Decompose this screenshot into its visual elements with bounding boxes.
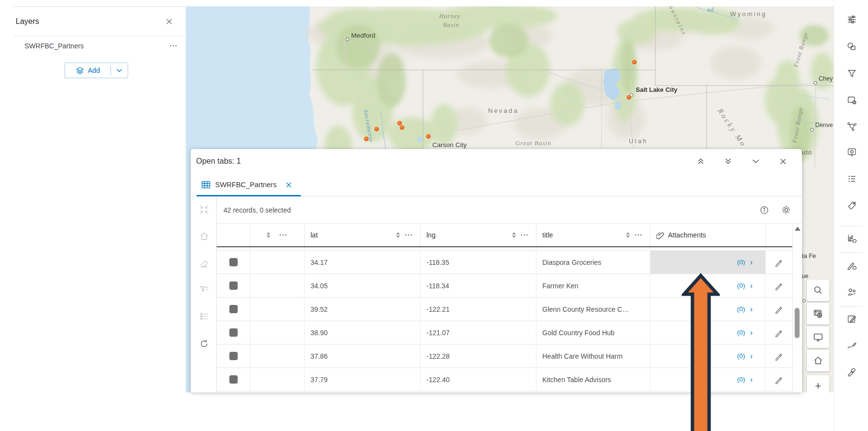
map-home-button[interactable] <box>807 350 829 371</box>
tool-sharing[interactable] <box>846 286 858 298</box>
edit-row-button[interactable] <box>775 328 783 337</box>
partner-point[interactable] <box>364 136 369 141</box>
table-scrollbar[interactable] <box>792 224 802 392</box>
refresh-button[interactable] <box>198 337 210 350</box>
row-checkbox[interactable] <box>229 352 238 360</box>
tool-labels[interactable] <box>846 200 858 212</box>
tool-form-settings[interactable] <box>846 259 858 271</box>
header-objectid[interactable]: ••• <box>250 224 305 246</box>
chevron-right-icon: › <box>750 282 753 290</box>
layer-list-item[interactable]: SWRFBC_Partners ••• <box>14 36 186 56</box>
column-menu-icon[interactable]: ••• <box>635 233 643 237</box>
edit-row-button[interactable] <box>775 375 783 384</box>
column-menu-icon[interactable]: ••• <box>521 233 529 237</box>
table-tool-rail <box>191 196 217 392</box>
header-attachments[interactable]: Attachments <box>650 224 766 246</box>
cell-attachments[interactable]: (0) › <box>650 251 766 274</box>
cell-lat: 34.17 <box>305 251 421 274</box>
pencil-icon <box>775 258 783 267</box>
table-settings-button[interactable] <box>779 204 792 216</box>
tool-charts[interactable] <box>846 233 858 244</box>
cell-attachments[interactable]: (0) › <box>650 321 766 344</box>
row-checkbox[interactable] <box>229 375 238 384</box>
map-label-cheyenne: Chey <box>819 75 833 82</box>
map-zoom-in-button[interactable]: + <box>807 375 829 392</box>
header-lng[interactable]: lng ••• <box>421 224 536 246</box>
sort-icon[interactable] <box>625 232 630 238</box>
attachments-link[interactable]: (0) <box>737 259 745 266</box>
partner-point[interactable] <box>632 60 637 65</box>
cell-attachments[interactable]: (0) › <box>650 345 766 367</box>
tool-styles[interactable] <box>846 41 858 52</box>
tool-draw[interactable] <box>846 340 858 352</box>
tool-filter[interactable] <box>846 67 858 79</box>
row-checkbox[interactable] <box>229 258 238 266</box>
row-checkbox[interactable] <box>229 305 238 313</box>
layers-stack-icon <box>76 66 84 75</box>
add-dropdown-button[interactable] <box>111 68 128 72</box>
scrollbar-thumb[interactable] <box>795 308 800 338</box>
sort-icon[interactable] <box>396 232 401 238</box>
home-extent-button[interactable] <box>198 230 210 242</box>
tool-aggregation[interactable] <box>846 120 858 132</box>
cell-attachments[interactable]: (0) › <box>650 274 766 297</box>
sort-icon[interactable] <box>266 232 271 238</box>
pen-gear-icon <box>846 260 857 271</box>
partner-point[interactable] <box>400 125 404 130</box>
tool-sketch[interactable] <box>846 313 858 325</box>
map-basemap-button[interactable] <box>807 303 829 324</box>
row-checkbox[interactable] <box>229 328 238 337</box>
attachments-link[interactable]: (0) <box>737 305 745 313</box>
column-menu-icon[interactable]: ••• <box>280 233 288 237</box>
table-info-button[interactable] <box>758 204 771 216</box>
gear-icon <box>781 205 791 215</box>
column-menu-icon[interactable]: ••• <box>405 233 413 237</box>
partner-point[interactable] <box>626 95 631 100</box>
header-edit <box>766 224 792 246</box>
chevron-right-icon: › <box>750 305 753 313</box>
scroll-up-arrow[interactable] <box>795 227 801 231</box>
header-lat[interactable]: lat ••• <box>305 224 421 246</box>
row-checkbox[interactable] <box>229 281 238 290</box>
close-panel-button[interactable] <box>776 154 790 169</box>
collapse-panel-button[interactable] <box>721 154 735 169</box>
tool-fields[interactable] <box>846 173 858 185</box>
layer-options-menu-icon[interactable]: ••• <box>170 43 178 48</box>
partner-point[interactable] <box>426 134 431 139</box>
header-select-all[interactable] <box>217 224 250 246</box>
display-filter-button[interactable] <box>198 282 210 295</box>
tool-effects[interactable] <box>846 94 858 106</box>
tool-popups[interactable] <box>846 147 858 158</box>
attachments-link[interactable]: (0) <box>737 376 745 383</box>
header-title[interactable]: title ••• <box>536 224 650 246</box>
attachments-link[interactable]: (0) <box>737 352 745 360</box>
edit-row-button[interactable] <box>775 352 783 361</box>
cluster-icon <box>846 121 857 131</box>
clear-selection-button[interactable] <box>198 257 210 270</box>
tab-close-button[interactable] <box>286 182 292 188</box>
tab-swrfbc-partners[interactable]: SWRFBC_Partners <box>191 173 301 196</box>
sort-icon[interactable] <box>512 232 516 238</box>
tool-utility[interactable] <box>846 366 858 378</box>
double-chevron-down-icon <box>724 157 732 165</box>
zoom-to-selection-button[interactable] <box>198 203 210 216</box>
layers-panel-close-button[interactable] <box>165 18 173 25</box>
edit-row-button[interactable] <box>775 258 783 267</box>
minimize-panel-button[interactable] <box>748 154 763 169</box>
attachments-link[interactable]: (0) <box>737 282 745 289</box>
map-label-harney: Harney <box>439 13 461 20</box>
attachments-link[interactable]: (0) <box>737 329 745 336</box>
tool-properties[interactable] <box>846 14 858 25</box>
add-layer-button[interactable]: Add <box>65 63 128 78</box>
edit-row-button[interactable] <box>775 305 783 314</box>
divider <box>840 226 863 226</box>
partner-point[interactable] <box>374 127 379 131</box>
map-screen-button[interactable] <box>807 326 829 348</box>
map-label-great-basin: Great Basin <box>515 139 552 147</box>
map-search-button[interactable] <box>807 280 829 301</box>
expand-panel-button[interactable] <box>693 154 708 169</box>
edit-row-button[interactable] <box>775 281 783 290</box>
cell-attachments[interactable]: (0) › <box>650 368 766 391</box>
cell-attachments[interactable]: (0) › <box>650 298 766 321</box>
show-fields-button[interactable] <box>198 310 210 323</box>
